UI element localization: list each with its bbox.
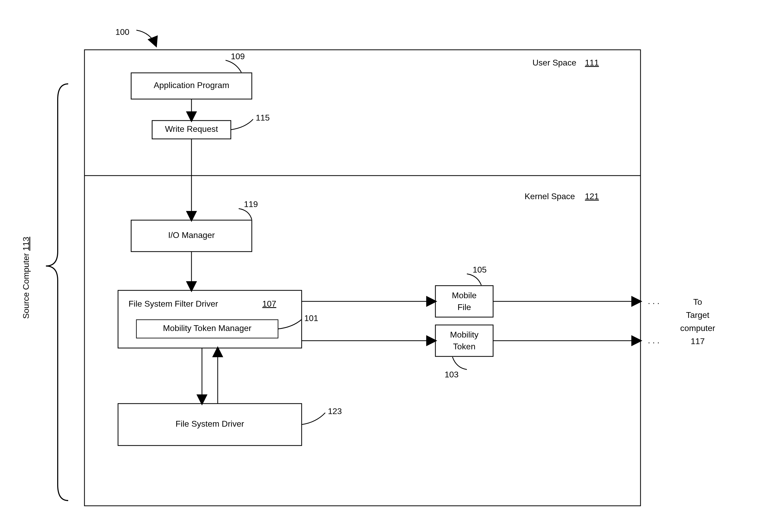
figure-ref: 100	[115, 27, 129, 37]
mobile-file-l1: Mobile	[452, 291, 477, 300]
source-computer-label: Source Computer 113	[21, 237, 31, 319]
app-program-label: Application Program	[154, 80, 229, 90]
mobile-file-ref: 105	[473, 265, 487, 274]
fs-filter-driver-ref: 107	[262, 299, 276, 309]
brace-icon	[46, 84, 68, 500]
user-space-ref: 111	[585, 58, 599, 67]
target-l2: Target	[686, 310, 709, 320]
dots-1: . . .	[648, 297, 659, 306]
io-manager-ref: 119	[244, 200, 258, 209]
target-ref: 117	[691, 336, 705, 346]
mobility-token-box	[435, 325, 493, 356]
user-space-label: User Space	[532, 58, 576, 67]
mobility-token-l1: Mobility	[450, 330, 479, 339]
write-request-label: Write Request	[165, 124, 218, 133]
diagram-svg: 100 User Space 111 Kernel Space 121 Appl…	[0, 0, 763, 532]
target-l3: computer	[680, 323, 715, 333]
mobility-token-manager-ref: 101	[304, 313, 318, 323]
write-request-ref: 115	[256, 113, 270, 123]
mobility-token-manager-label: Mobility Token Manager	[163, 323, 252, 333]
kernel-space-label: Kernel Space	[525, 192, 575, 201]
fs-driver-label: File System Driver	[175, 419, 244, 428]
fs-filter-driver-label: File System Filter Driver	[129, 299, 218, 309]
kernel-space-ref: 121	[585, 192, 599, 201]
app-program-ref: 109	[231, 51, 245, 61]
diagram-root: 100 User Space 111 Kernel Space 121 Appl…	[0, 0, 763, 532]
mobility-token-l2: Token	[453, 342, 475, 351]
target-l1: To	[693, 297, 702, 307]
fs-driver-ref: 123	[328, 406, 342, 416]
mobility-token-ref: 103	[445, 370, 459, 379]
mobile-file-box	[435, 286, 493, 317]
mobile-file-l2: File	[457, 303, 471, 312]
figure-ref-arrow	[136, 30, 156, 46]
dots-2: . . .	[648, 336, 659, 345]
io-manager-label: I/O Manager	[168, 230, 215, 240]
